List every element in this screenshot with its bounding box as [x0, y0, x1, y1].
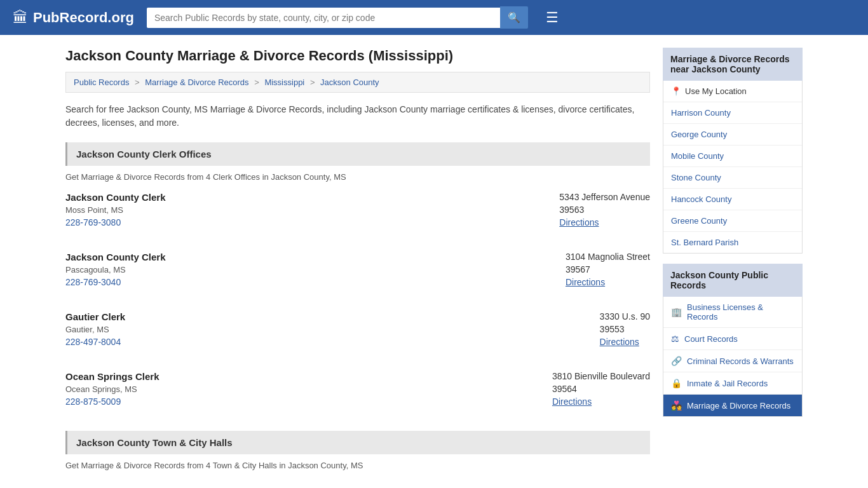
nearby-county-link-5[interactable]: Hancock County	[663, 189, 802, 210]
record-icon-4: 💑	[671, 400, 682, 410]
pubrecord-link-0[interactable]: 🏢Business Licenses & Records	[663, 297, 802, 327]
clerk-zip-3: 39564	[552, 384, 650, 394]
nearby-link-item: Greene County	[663, 210, 802, 232]
clerk-name-2: Gautier Clerk	[65, 311, 125, 322]
breadcrumb-jackson-county[interactable]: Jackson County	[320, 78, 379, 87]
clerk-left-0: Jackson County Clerk Moss Point, MS 228-…	[65, 192, 166, 227]
clerk-zip-2: 39553	[600, 324, 650, 334]
pubrecord-link-4[interactable]: 💑Marriage & Divorce Records	[663, 395, 802, 416]
main-wrapper: Jackson County Marriage & Divorce Record…	[53, 35, 815, 488]
directions-link-3[interactable]: Directions	[552, 396, 592, 407]
directions-link-2[interactable]: Directions	[600, 337, 639, 347]
town-section-desc: Get Marriage & Divorce Records from 4 To…	[65, 461, 650, 470]
pubrecord-link-item: 🏢Business Licenses & Records	[663, 297, 802, 328]
pubrecords-title: Jackson County Public Records	[663, 264, 803, 297]
clerk-name-1: Jackson County Clerk	[65, 252, 166, 262]
use-location-link[interactable]: 📍Use My Location	[663, 81, 802, 102]
directions-link-1[interactable]: Directions	[566, 277, 605, 287]
nearby-link-item: St. Bernard Parish	[663, 232, 802, 253]
logo-text: PubRecord.org	[33, 10, 134, 26]
clerk-section-header: Jackson County Clerk Offices	[65, 142, 650, 166]
clerk-entry: Jackson County Clerk Pascagoula, MS 228-…	[65, 252, 650, 297]
clerk-entry: Gautier Clerk Gautier, MS 228-497-8004 3…	[65, 311, 650, 357]
clerk-zip-1: 39567	[566, 264, 650, 274]
clerk-city-2: Gautier, MS	[65, 325, 125, 334]
nearby-links: 📍Use My LocationHarrison CountyGeorge Co…	[663, 81, 803, 254]
clerk-phone-2: 228-497-8004	[65, 337, 125, 347]
record-icon-3: 🔒	[671, 378, 682, 388]
pubrecord-link-item: 🔗Criminal Records & Warrants	[663, 350, 802, 372]
nearby-county-link-6[interactable]: Greene County	[663, 210, 802, 231]
nearby-county-link-1[interactable]: Harrison County	[663, 102, 802, 123]
breadcrumb-sep-3: >	[310, 78, 315, 87]
nearby-county-link-3[interactable]: Mobile County	[663, 146, 802, 166]
nearby-link-item: George County	[663, 124, 802, 146]
clerk-city-0: Moss Point, MS	[65, 205, 166, 215]
pubrecord-link-3[interactable]: 🔒Inmate & Jail Records	[663, 372, 802, 394]
location-icon: 📍	[671, 86, 681, 96]
record-icon-2: 🔗	[671, 356, 682, 366]
nearby-link-item: Hancock County	[663, 189, 802, 210]
pubrecord-link-item: 🔒Inmate & Jail Records	[663, 372, 802, 395]
nearby-link-item: 📍Use My Location	[663, 81, 802, 102]
clerk-entry: Jackson County Clerk Moss Point, MS 228-…	[65, 192, 650, 238]
pubrecord-link-item: 💑Marriage & Divorce Records	[663, 395, 802, 416]
clerk-phone-1: 228-769-3040	[65, 277, 166, 287]
clerk-address-2: 3330 U.s. 90	[600, 311, 650, 322]
clerk-right-2: 3330 U.s. 90 39553 Directions	[600, 311, 650, 347]
logo-icon: 🏛	[13, 9, 28, 27]
nearby-link-item: Stone County	[663, 167, 802, 189]
nearby-title: Marriage & Divorce Records near Jackson …	[663, 48, 803, 81]
clerk-phone-0: 228-769-3080	[65, 217, 166, 227]
record-icon-0: 🏢	[671, 307, 682, 317]
content-area: Jackson County Marriage & Divorce Record…	[65, 48, 650, 480]
clerk-phone-3: 228-875-5009	[65, 396, 159, 407]
pubrecord-link-1[interactable]: ⚖Court Records	[663, 328, 802, 349]
search-button[interactable]: 🔍	[500, 6, 528, 29]
town-section-header: Jackson County Town & City Halls	[65, 431, 650, 454]
breadcrumb: Public Records > Marriage & Divorce Reco…	[65, 72, 650, 93]
pubrecord-link-item: ⚖Court Records	[663, 328, 802, 350]
clerk-right-0: 5343 Jefferson Avenue 39563 Directions	[559, 192, 650, 227]
menu-button[interactable]: ☰	[541, 7, 564, 29]
page-description: Search for free Jackson County, MS Marri…	[65, 103, 650, 130]
clerk-city-3: Ocean Springs, MS	[65, 384, 159, 394]
record-icon-1: ⚖	[671, 334, 679, 344]
clerk-right-1: 3104 Magnolia Street 39567 Directions	[566, 252, 650, 287]
page-title: Jackson County Marriage & Divorce Record…	[65, 48, 650, 64]
clerk-left-3: Ocean Springs Clerk Ocean Springs, MS 22…	[65, 371, 159, 407]
nearby-county-link-7[interactable]: St. Bernard Parish	[663, 232, 802, 253]
nearby-county-link-4[interactable]: Stone County	[663, 167, 802, 188]
pubrecords-links: 🏢Business Licenses & Records⚖Court Recor…	[663, 297, 803, 417]
clerk-zip-0: 39563	[559, 205, 650, 215]
breadcrumb-mississippi[interactable]: Mississippi	[264, 78, 304, 87]
search-container: 🔍	[147, 6, 528, 29]
clerk-entry: Ocean Springs Clerk Ocean Springs, MS 22…	[65, 371, 650, 417]
clerk-left-1: Jackson County Clerk Pascagoula, MS 228-…	[65, 252, 166, 287]
breadcrumb-marriage-divorce[interactable]: Marriage & Divorce Records	[145, 78, 248, 87]
clerk-right-3: 3810 Bienville Boulevard 39564 Direction…	[552, 371, 650, 407]
site-header: 🏛 PubRecord.org 🔍 ☰	[0, 0, 868, 35]
clerk-address-3: 3810 Bienville Boulevard	[552, 371, 650, 381]
sidebar: Marriage & Divorce Records near Jackson …	[663, 48, 803, 480]
directions-link-0[interactable]: Directions	[559, 217, 599, 227]
nearby-county-link-2[interactable]: George County	[663, 124, 802, 145]
search-input[interactable]	[147, 8, 500, 28]
clerk-name-3: Ocean Springs Clerk	[65, 371, 159, 382]
nearby-link-item: Mobile County	[663, 146, 802, 167]
clerk-address-1: 3104 Magnolia Street	[566, 252, 650, 262]
clerk-entries: Jackson County Clerk Moss Point, MS 228-…	[65, 192, 650, 417]
clerk-section-desc: Get Marriage & Divorce Records from 4 Cl…	[65, 172, 650, 182]
breadcrumb-public-records[interactable]: Public Records	[74, 78, 129, 87]
clerk-left-2: Gautier Clerk Gautier, MS 228-497-8004	[65, 311, 125, 347]
clerk-name-0: Jackson County Clerk	[65, 192, 166, 203]
logo-link[interactable]: 🏛 PubRecord.org	[13, 9, 134, 27]
clerk-address-0: 5343 Jefferson Avenue	[559, 192, 650, 202]
clerk-city-1: Pascagoula, MS	[65, 265, 166, 274]
pubrecord-link-2[interactable]: 🔗Criminal Records & Warrants	[663, 350, 802, 372]
breadcrumb-sep-1: >	[135, 78, 140, 87]
nearby-link-item: Harrison County	[663, 102, 802, 124]
breadcrumb-sep-2: >	[254, 78, 259, 87]
